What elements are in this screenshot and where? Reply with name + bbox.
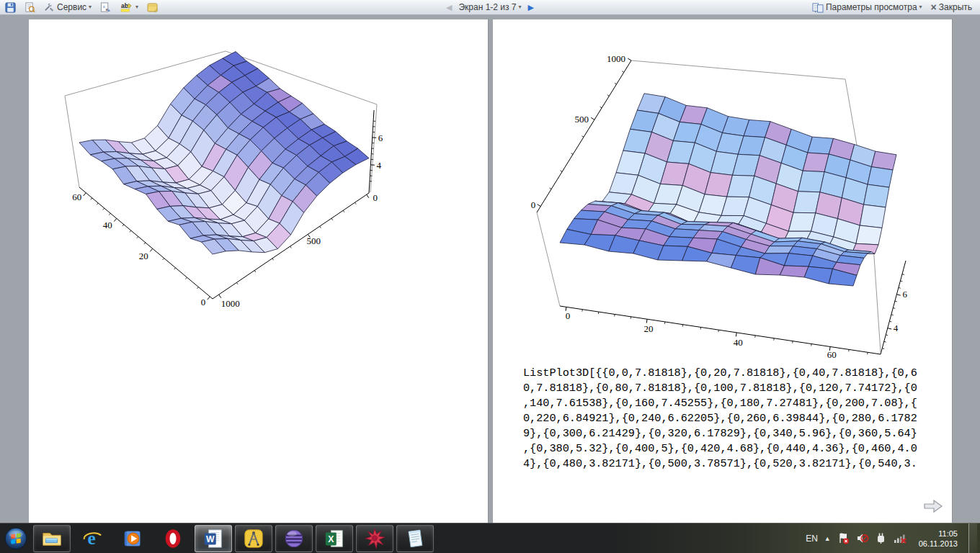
windows-logo-icon [3,526,29,552]
comment-note-icon [147,2,159,13]
language-indicator[interactable]: EN [806,534,818,544]
desktop: Сервис ▾ aя ab ▾ ◀ Экран 1-2 из 7 ▾ ▶ Па… [0,0,980,553]
translate-icon: aя [100,2,112,13]
highlight-button[interactable]: ab ▾ [118,1,141,14]
notepad-icon [404,528,426,549]
next-page-arrow[interactable] [923,499,943,513]
power-plug-icon[interactable] [876,532,887,544]
system-tray: EN ▲ 11:05 06.11.2013 [806,523,980,553]
taskbar-button-mathematica[interactable] [356,525,393,552]
taskbar-button-geogebra[interactable] [235,525,272,552]
taskbar-button-eclipse[interactable] [275,525,313,552]
internet-explorer-icon: e [81,528,103,549]
excel-icon: X [324,528,345,549]
svg-text:20: 20 [139,251,148,261]
svg-text:e: e [87,528,95,548]
svg-text:X: X [328,534,334,544]
document-area: 02040601000500046 05001000020406046 List… [0,15,980,523]
eclipse-icon [283,528,305,549]
svg-text:60: 60 [827,349,837,360]
svg-text:1000: 1000 [221,298,240,309]
document-page-2: 05001000020406046 ListPlot3D[{{0,0,7.818… [493,19,952,523]
new-comment-button[interactable] [145,1,161,14]
taskbar-button-ie[interactable]: e [74,525,111,552]
previous-screen-button[interactable]: ◀ [446,4,452,12]
svg-text:0: 0 [531,199,536,210]
close-icon: × [931,2,937,12]
view-options-icon [812,2,824,13]
taskbar-button-wmp[interactable] [114,525,151,552]
svg-text:a: a [103,3,105,8]
taskbar-button-opera[interactable] [154,525,192,552]
view-options-button[interactable]: Параметры просмотра ▾ [810,1,925,14]
opera-icon [162,528,184,549]
svg-text:4: 4 [894,323,899,333]
service-menu-label: Сервис [57,2,86,12]
volume-muted-icon[interactable] [856,532,869,544]
svg-text:1000: 1000 [607,53,625,64]
svg-text:500: 500 [307,235,321,246]
save-button[interactable] [3,1,18,14]
taskbar-button-explorer[interactable] [33,525,71,552]
surface-plot-left: 02040601000500046 [29,19,488,523]
save-icon [5,2,16,13]
chevron-down-icon: ▾ [135,4,138,10]
service-menu-button[interactable]: Сервис ▾ [42,1,94,14]
highlighter-icon: ab [120,2,133,13]
listplot3d-code: ListPlot3D[{{0,0,7.81818},{0,20,7.81818}… [523,366,931,472]
close-label: Закрыть [939,2,972,12]
taskbar: eWX EN ▲ 11:05 06.11.2013 [0,523,980,553]
document-page-1: 02040601000500046 [29,19,488,523]
svg-text:40: 40 [103,220,112,230]
word-icon: W [202,528,224,549]
svg-text:40: 40 [734,337,743,348]
svg-text:6: 6 [378,132,383,143]
next-screen-button[interactable]: ▶ [528,4,534,12]
screen-counter-label: Экран 1-2 из 7 [458,2,516,12]
print-preview-button[interactable] [22,1,37,14]
clock[interactable]: 11:05 06.11.2013 [914,529,962,549]
taskbar-apps: eWX [32,525,435,552]
media-player-icon [122,528,143,549]
translate-button[interactable]: aя [98,1,114,14]
svg-text:0: 0 [201,297,206,307]
toolbar-right-group: Параметры просмотра ▾ × Закрыть [810,1,980,14]
clock-time: 11:05 [919,529,958,539]
toolbar-left-group: Сервис ▾ aя ab ▾ [0,1,161,14]
svg-text:4: 4 [376,160,381,171]
svg-text:0: 0 [566,310,571,321]
show-desktop-button[interactable] [968,523,977,553]
close-button[interactable]: × Закрыть [929,1,974,13]
svg-text:0: 0 [373,192,378,203]
print-preview-icon [24,2,35,13]
taskbar-button-word[interactable]: W [195,525,232,552]
chevron-down-icon: ▾ [519,4,522,10]
screen-counter-dropdown[interactable]: Экран 1-2 из 7 ▾ [456,1,523,13]
svg-text:W: W [206,534,215,544]
geogebra-icon [243,528,264,549]
svg-text:я: я [106,6,108,12]
action-center-flag-icon[interactable] [837,532,850,544]
chevron-down-icon: ▾ [919,4,922,10]
hidden-icons-chevron-icon[interactable]: ▲ [824,535,831,542]
clock-date: 06.11.2013 [919,539,958,549]
taskbar-button-notepad[interactable] [396,525,434,552]
explorer-folder-icon [41,528,63,549]
svg-text:ab: ab [121,2,128,9]
chevron-down-icon: ▾ [89,4,92,10]
page-forward-arrow-icon [923,499,943,513]
start-button[interactable] [0,524,32,553]
view-options-label: Параметры просмотра [826,2,917,12]
tools-icon [44,2,55,13]
svg-text:20: 20 [644,323,654,334]
mathematica-icon [364,528,386,549]
reading-toolbar: Сервис ▾ aя ab ▾ ◀ Экран 1-2 из 7 ▾ ▶ Па… [0,0,980,15]
taskbar-button-excel[interactable]: X [316,525,353,552]
network-disconnected-icon[interactable] [894,532,908,544]
svg-text:60: 60 [72,192,81,202]
svg-text:6: 6 [902,289,907,300]
svg-text:500: 500 [574,114,589,125]
